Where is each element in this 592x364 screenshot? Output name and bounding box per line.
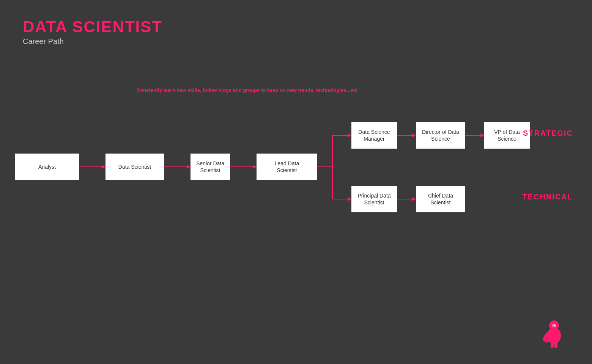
- technical-label: TECHNICAL: [522, 193, 573, 201]
- strategic-label: STRATEGIC: [523, 129, 573, 138]
- svg-text:G: G: [552, 323, 556, 328]
- svg-marker-9: [348, 133, 351, 137]
- svg-marker-3: [187, 165, 191, 169]
- page-header: DATA SCIENTIST Career Path: [23, 18, 162, 46]
- role-data-science-manager: Data Science Manager: [351, 122, 397, 149]
- svg-marker-5: [253, 165, 257, 169]
- page-title: DATA SCIENTIST: [23, 18, 162, 36]
- svg-marker-18: [412, 197, 416, 201]
- page-subtitle: Career Path: [23, 37, 162, 46]
- svg-marker-16: [480, 133, 484, 137]
- svg-rect-21: [551, 342, 554, 348]
- role-data-scientist: Data Scientist: [105, 154, 164, 180]
- role-principal-data-scientist: Principal Data Scientist: [351, 186, 397, 212]
- career-diagram: Analyst Data Scientist Senior Data Scien…: [15, 102, 546, 231]
- role-director-of-data-science: Director of Data Science: [416, 122, 465, 149]
- role-analyst: Analyst: [15, 154, 79, 180]
- role-senior-data-scientist: Senior Data Scientist: [191, 154, 230, 180]
- svg-marker-12: [348, 197, 351, 201]
- svg-marker-1: [102, 165, 105, 169]
- role-lead-data-scientist: Lead Data Scientist: [257, 154, 317, 180]
- role-chief-data-scientist: Chief Data Scientist: [416, 186, 465, 212]
- tagline: Constantly learn new skills, follow blog…: [137, 87, 357, 93]
- svg-marker-14: [412, 133, 416, 137]
- svg-rect-22: [554, 342, 557, 348]
- mascot-logo: G: [539, 315, 569, 349]
